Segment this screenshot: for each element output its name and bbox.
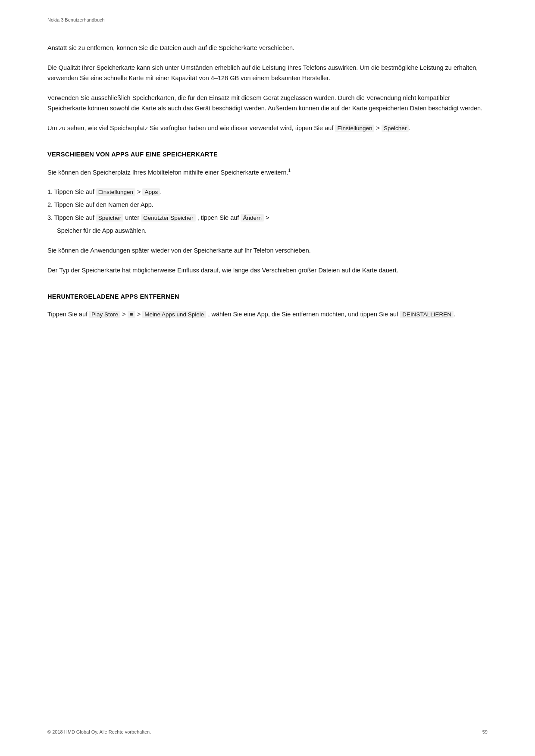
step1-einstellungen-tag: Einstellungen (96, 188, 135, 196)
step1-apps-tag: Apps (142, 188, 160, 196)
step3-speicher-tag: Speicher (96, 214, 123, 222)
paragraph-1: Anstatt sie zu entfernen, können Sie die… (47, 43, 488, 53)
section-1-heading: VERSCHIEBEN VON APPS AUF EINE SPEICHERKA… (47, 151, 488, 158)
step-3-sub: Speicher für die App auswählen. (47, 226, 488, 236)
hamburger-menu-tag: ≡ (128, 311, 135, 318)
main-content: Anstatt sie zu entfernen, können Sie die… (47, 43, 488, 320)
einstellungen-tag: Einstellungen (335, 125, 374, 132)
step-1: 1. Tippen Sie auf Einstellungen > Apps. (47, 187, 488, 197)
section-2-para: Tippen Sie auf Play Store > ≡ > Meine Ap… (47, 309, 488, 320)
section-2-heading: HERUNTERGELADENE APPS ENTFERNEN (47, 293, 488, 300)
paragraph-4: Um zu sehen, wie viel Speicherplatz Sie … (47, 123, 488, 134)
header-text: Nokia 3 Benutzerhandbuch (47, 17, 105, 22)
page-number: 59 (482, 729, 488, 734)
play-store-tag: Play Store (89, 311, 120, 318)
step3-genutzter-tag: Genutzter Speicher (141, 214, 195, 222)
step3-aendern-tag: Ändern (241, 214, 264, 222)
page-header: Nokia 3 Benutzerhandbuch (47, 17, 105, 22)
speicher-tag: Speicher (382, 125, 409, 132)
paragraph-5: Sie können die Anwendungen später wieder… (47, 246, 488, 256)
steps-list: 1. Tippen Sie auf Einstellungen > Apps. … (47, 187, 488, 236)
step-2: 2. Tippen Sie auf den Namen der App. (47, 200, 488, 210)
page-footer: © 2018 HMD Global Oy. Alle Rechte vorbeh… (47, 729, 488, 734)
copyright-text: © 2018 HMD Global Oy. Alle Rechte vorbeh… (47, 729, 151, 734)
paragraph-2: Die Qualität Ihrer Speicherkarte kann si… (47, 63, 488, 84)
page: Nokia 3 Benutzerhandbuch Anstatt sie zu … (0, 0, 535, 756)
section-1-intro: Sie können den Speicherplatz Ihres Mobil… (47, 167, 488, 178)
step-3: 3. Tippen Sie auf Speicher unter Genutzt… (47, 213, 488, 223)
paragraph-6: Der Typ der Speicherkarte hat möglicherw… (47, 266, 488, 276)
footnote-sup: 1 (288, 168, 291, 173)
paragraph-3: Verwenden Sie ausschließlich Speicherkar… (47, 93, 488, 114)
meine-apps-tag: Meine Apps und Spiele (142, 311, 206, 318)
deinstallieren-tag: DEINSTALLIEREN (400, 311, 454, 318)
